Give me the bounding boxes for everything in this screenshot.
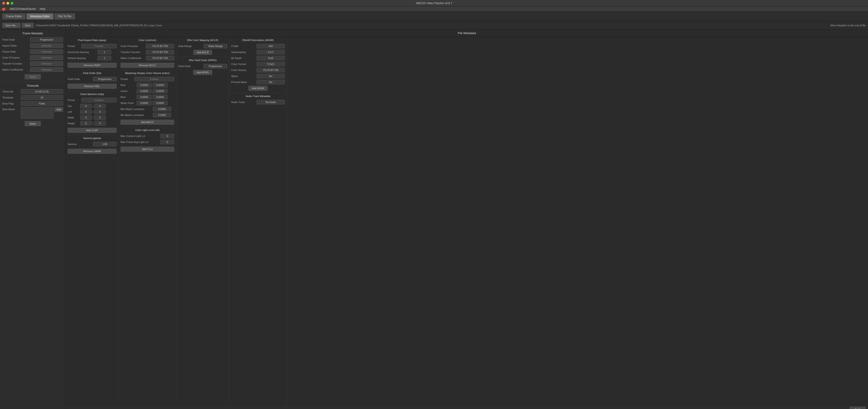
alpha-value: No [256, 74, 285, 78]
color-format-row: Color Format YCbCr [231, 62, 285, 66]
mdcv-red-values [137, 83, 167, 87]
file-path: /Volumes/G-RAID Thunderbolt 3/Sean_ProRe… [36, 24, 829, 27]
aprg-field-order-label: Field Order [178, 65, 204, 67]
alpha-label: Alpha [231, 75, 256, 78]
mdcv-green-val2[interactable] [153, 89, 167, 93]
mdcv-preset-value: Custom [134, 77, 174, 81]
add-clli-button[interactable]: Add CLLI [121, 147, 174, 152]
add-adhr-button[interactable]: Add ADHR [248, 86, 268, 91]
drop-flag-label: Drop Flag [2, 102, 21, 105]
mdcv-blue-val1[interactable] [137, 95, 152, 99]
clap-width-val2[interactable] [94, 115, 106, 120]
color-volume-value: ITU-R BT.709 [256, 68, 285, 72]
timebase-value[interactable]: 24 [21, 95, 63, 100]
color-primaries-row: Color Primaries Unknown [2, 55, 63, 60]
clap-height-val2[interactable] [94, 121, 106, 126]
help-menu[interactable]: Help [40, 7, 45, 10]
add-aclr-button[interactable]: Add ACLR [193, 50, 212, 55]
clap-height-label: Height [67, 122, 80, 125]
frame-rate-value: Unknown [30, 49, 63, 54]
clap-left-row: Left / [67, 110, 117, 114]
tab-bar: Frame Editor Metadata Editor File To Fil… [0, 11, 868, 22]
aspect-ratio-label: Aspect Ratio [2, 44, 30, 47]
mdcv-red-label: Red [121, 84, 137, 86]
tab-file-to-file[interactable]: File To File [54, 13, 75, 19]
audio-title: Audio Track Metadata [231, 95, 285, 97]
fiel-field-order-label: Field Order [67, 78, 93, 81]
clap-top-val1[interactable] [80, 104, 92, 108]
mdcv-blue-val2[interactable] [153, 95, 167, 99]
audio-track-row: Audio Track: No Audio [231, 100, 285, 105]
timecode-value[interactable]: 01:00:21:05 [21, 89, 63, 94]
bottom-apply-button[interactable]: Apply [849, 407, 866, 409]
max-frame-label: Max Frame Avg Light Lvl [121, 141, 160, 143]
pasp-preset-value: Custom [81, 44, 117, 49]
remove-fiel-button[interactable]: Remove FIEL [67, 84, 117, 89]
tab-metadata-editor[interactable]: Metadata Editor [27, 13, 54, 19]
transfer-fn-value: Unknown [30, 61, 63, 66]
close-button[interactable] [2, 2, 5, 5]
frame-metadata-panel: Frame Metadata Field Order Progressive A… [0, 30, 66, 409]
v-spacing-input[interactable] [97, 56, 111, 60]
data-range-value: Video Range [204, 44, 227, 49]
tab-frame-editor[interactable]: Frame Editor [2, 13, 26, 19]
clap-title: Clean Aperture (clap) [67, 93, 117, 95]
timecode-apply-button[interactable]: Apply [25, 121, 41, 126]
color-format-value: YCbCr [256, 62, 285, 66]
remove-gama-button[interactable]: Remove GAMA [67, 149, 117, 154]
mdcv-white-val2[interactable] [153, 101, 167, 105]
timecode-title: Timecode [2, 84, 63, 87]
clap-width-val1[interactable] [80, 115, 92, 120]
max-content-input[interactable] [160, 134, 174, 138]
bottom-bar: Apply [66, 405, 868, 409]
mdcv-green-values [137, 89, 167, 93]
timecode-apply-container: Apply [2, 121, 63, 126]
menu-bar: 🍎 AMCDXVideoPatcher Help [0, 6, 868, 11]
maximize-button[interactable] [10, 2, 13, 5]
max-master-lum-input[interactable] [153, 107, 171, 111]
minimize-button[interactable] [6, 2, 9, 5]
pasp-preset-label: Preset [67, 45, 81, 48]
apple-menu[interactable]: 🍎 [2, 7, 6, 11]
gamma-input[interactable] [93, 142, 117, 146]
clap-height-val1[interactable] [80, 121, 92, 126]
aspect-ratio-row: Aspect Ratio Unknown [2, 43, 63, 48]
transfer-fn-field-value: ITU-R BT.709 [146, 50, 174, 54]
mdcv-green-val1[interactable] [137, 89, 152, 93]
clap-left-val1[interactable] [80, 110, 92, 114]
add-mdcv-button[interactable]: Add MDCV [121, 120, 174, 125]
open-file-button[interactable]: Open file... [2, 23, 21, 28]
aprg-title: DNx Field Order (APRG) [178, 59, 227, 62]
move-headers-label[interactable]: Move Headers to the end of file [831, 24, 866, 27]
color-volume-row: Color Volume ITU-R BT.709 [231, 68, 285, 72]
remove-nclc-button[interactable]: Remove NCLC [121, 63, 174, 68]
reel-add-button[interactable]: Add [54, 107, 63, 112]
color-primaries-label: Color Primaries [2, 56, 30, 59]
h-spacing-input[interactable] [97, 50, 111, 54]
frame-apply-button[interactable]: Apply [25, 74, 41, 79]
color-panel: Color (colr/nclc) Color Primaries ITU-R … [119, 37, 176, 405]
reel-name-area: Reel Name Add [2, 107, 63, 119]
h-spacing-label: Horizontal Spacing [67, 51, 97, 54]
mdcv-red-val2[interactable] [153, 83, 167, 87]
max-frame-input[interactable] [160, 140, 174, 144]
add-aprg-button[interactable]: Add APRG [193, 70, 212, 75]
clap-left-val2[interactable] [94, 110, 106, 114]
field-order-label: Field Order [2, 38, 30, 41]
timebase-label: Timebase [2, 96, 21, 99]
app-menu[interactable]: AMCDXVideoPatcher [9, 7, 36, 10]
clap-preset-label: Preset [67, 99, 81, 101]
audio-track-label: Audio Track: [231, 101, 256, 104]
remove-pasp-button[interactable]: Remove PASP [67, 63, 117, 68]
profile-row: Profile 444 [231, 44, 285, 49]
mdcv-blue-values [137, 95, 167, 99]
reel-name-input[interactable] [21, 107, 54, 119]
eject-button[interactable]: Eject [22, 23, 33, 28]
min-master-lum-input[interactable] [153, 113, 171, 117]
max-master-lum-row: Max Master Luminance [121, 107, 174, 111]
mdcv-white-val1[interactable] [137, 101, 152, 105]
add-clap-button[interactable]: Add CLAP [67, 128, 117, 133]
transfer-fn-field-row: Transfer Function ITU-R BT.709 [121, 50, 174, 54]
mdcv-red-val1[interactable] [137, 83, 152, 87]
clap-top-val2[interactable] [94, 104, 106, 108]
